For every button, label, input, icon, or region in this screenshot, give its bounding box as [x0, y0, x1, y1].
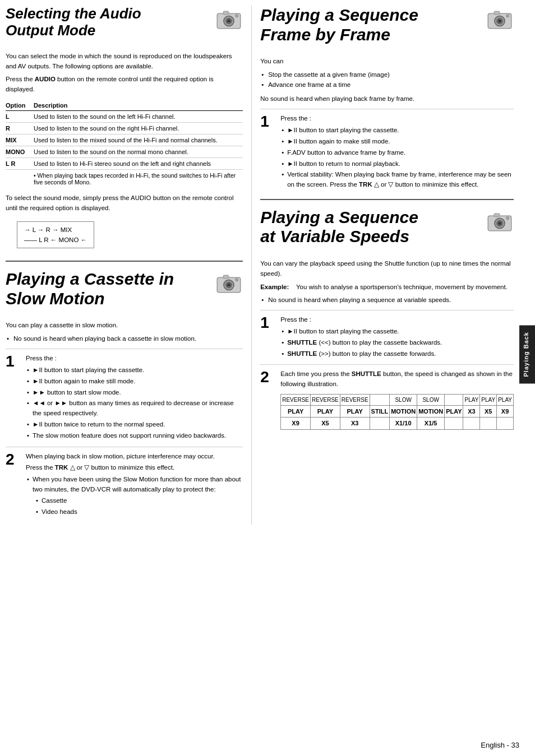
slow-motion-note1: No sound is heard when playing back a ca…: [6, 334, 243, 344]
variable-header: Playing a Sequence at Variable Speeds: [260, 208, 514, 254]
camera-icon-frame: [486, 6, 514, 34]
svg-point-17: [506, 15, 509, 17]
svg-rect-10: [223, 275, 229, 279]
table-row: R Used to listen to the sound on the rig…: [6, 123, 243, 134]
section-separator: [6, 261, 243, 262]
audio-section-header: Selecting the Audio Output Mode: [6, 6, 243, 47]
slow-motion-step1: 1 Press the : ►II button to start playin…: [6, 349, 243, 442]
slow-motion-title: Playing a Cassette in Slow Motion: [6, 270, 174, 308]
section-variable-speeds: Playing a Sequence at Variable Speeds Yo…: [260, 208, 514, 430]
side-tab: Playing Back: [519, 325, 535, 383]
option-table: Option Description L Used to listen to t…: [6, 100, 243, 188]
svg-point-21: [499, 222, 501, 225]
frame-step1: 1 Press the : ►II button to start playin…: [260, 109, 514, 191]
slow-motion-step1-content: Press the : ►II button to start playing …: [26, 354, 243, 442]
frame-intro: You can: [260, 57, 514, 67]
shuttle-table: REVERSE REVERSE REVERSE SLOW SLOW PLAY P…: [280, 394, 514, 430]
slow-motion-step2: 2 When playing back in slow motion, pict…: [6, 447, 243, 518]
frame-step1-content: Press the : ►II button to start playing …: [280, 114, 514, 191]
side-tab-label: Playing Back: [523, 332, 529, 377]
left-column: Selecting the Audio Output Mode Y: [6, 6, 252, 525]
svg-rect-4: [223, 11, 229, 15]
audio-press-instruction: Press the AUDIO button on the remote con…: [6, 75, 243, 95]
table-row-note: • When playing back tapes recorded in Hi…: [6, 170, 243, 188]
variable-step1: 1 Press the : ►II button to start playin…: [260, 310, 514, 360]
page-number: English - 33: [481, 741, 519, 749]
slow-motion-header: Playing a Cassette in Slow Motion: [6, 270, 243, 316]
section-slow-motion: Playing a Cassette in Slow Motion You ca…: [6, 270, 243, 518]
section-frame-by-frame: Playing a Sequence Frame by Frame You ca…: [260, 6, 514, 191]
svg-point-11: [236, 279, 238, 281]
variable-step2: 2 Each time you press the SHUTTLE button…: [260, 364, 514, 429]
variable-step1-content: Press the : ►II button to start playing …: [280, 315, 514, 360]
svg-point-3: [228, 20, 230, 22]
table-row: L R Used to listen to Hi-Fi stereo sound…: [6, 158, 243, 170]
variable-title: Playing a Sequence at Variable Speeds: [260, 208, 418, 247]
frame-header: Playing a Sequence Frame by Frame: [260, 6, 514, 52]
right-column: Playing a Sequence Frame by Frame You ca…: [252, 6, 514, 525]
audio-intro: You can select the mode in which the sou…: [6, 52, 243, 72]
table-row: MONO Used to listen to the sound on the …: [6, 146, 243, 158]
page-footer: English - 33: [481, 741, 519, 749]
table-row: L Used to listen to the sound on the lef…: [6, 111, 243, 123]
slow-motion-notes: No sound is heard when playing back a ca…: [6, 334, 243, 344]
camera-icon: [215, 6, 243, 34]
variable-notes: No sound is heard when playing a sequenc…: [260, 295, 514, 305]
variable-intro: You can vary the playback speed using th…: [260, 259, 514, 279]
svg-point-5: [236, 15, 238, 17]
audio-section-title: Selecting the Audio Output Mode: [6, 6, 141, 39]
svg-rect-22: [494, 214, 500, 217]
svg-point-15: [499, 20, 501, 22]
camera-icon-variable: [486, 208, 514, 236]
mode-diagram: → L → R → MIX —— L R ← MONO ←: [17, 221, 94, 249]
svg-rect-16: [494, 11, 500, 15]
table-header-description: Description: [34, 100, 243, 111]
variable-example: Example: You wish to analyse a sportsper…: [260, 282, 514, 293]
frame-title: Playing a Sequence Frame by Frame: [260, 6, 418, 44]
table-header-option: Option: [6, 100, 34, 111]
audio-footer-note: To select the sound mode, simply press t…: [6, 193, 243, 214]
section-audio-output: Selecting the Audio Output Mode Y: [6, 6, 243, 253]
slow-motion-step2-content: When playing back in slow motion, pictur…: [26, 452, 243, 518]
svg-point-9: [228, 284, 230, 286]
frame-no-sound: No sound is heard when playing back fram…: [260, 94, 514, 104]
main-content: Selecting the Audio Output Mode Y: [0, 0, 519, 530]
shuttle-table-top-row: REVERSE REVERSE REVERSE SLOW SLOW PLAY P…: [281, 395, 514, 406]
section-separator-right: [260, 199, 514, 200]
frame-bullets: Stop the cassette at a given frame (imag…: [260, 70, 514, 90]
page-container: Playing Back Selecting the Audio Output …: [0, 0, 535, 756]
shuttle-table-sub-row: X9 X5 X3 X1/10 X1/5: [281, 418, 514, 429]
shuttle-table-bot-row: PLAY PLAY PLAY STILL MOTION MOTION PLAY …: [281, 406, 514, 418]
svg-point-23: [506, 217, 509, 220]
camera-icon-slow: [215, 270, 243, 298]
variable-step2-content: Each time you press the SHUTTLE button, …: [280, 369, 514, 429]
slow-motion-intro: You can play a cassette in slow motion.: [6, 321, 243, 331]
table-row: MIX Used to listen to the mixed sound of…: [6, 134, 243, 146]
